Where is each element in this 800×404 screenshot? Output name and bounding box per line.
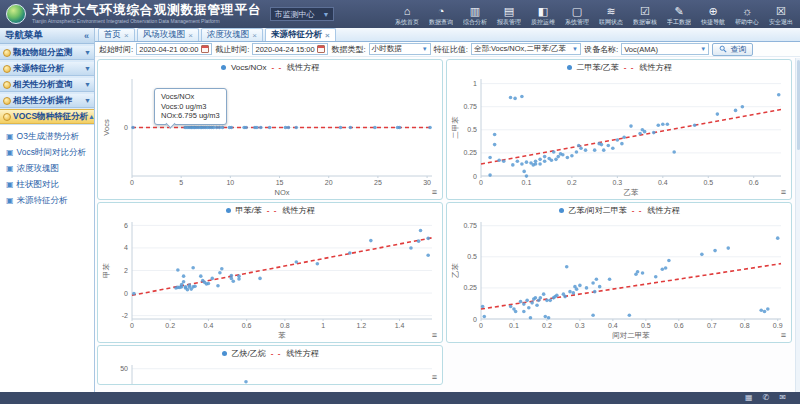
data-point[interactable]	[426, 253, 430, 257]
data-point[interactable]	[664, 266, 668, 270]
data-point[interactable]	[237, 277, 241, 281]
sidebar-item-1[interactable]: ▣ Vocs时间对比分析	[0, 145, 94, 161]
data-point[interactable]	[534, 159, 538, 163]
data-point[interactable]	[638, 132, 642, 136]
data-point[interactable]	[538, 158, 542, 162]
header-nav-data-query[interactable]: ◔ 数据查询	[424, 3, 458, 26]
data-point[interactable]	[230, 126, 234, 130]
data-point[interactable]	[522, 310, 526, 314]
center-select[interactable]: 市监测中心 ▼	[270, 7, 335, 21]
data-point[interactable]	[575, 287, 579, 291]
header-nav-exit[interactable]: ☒ 安全退出	[764, 3, 798, 26]
data-point[interactable]	[516, 159, 520, 163]
calendar-icon[interactable]: ▦	[745, 393, 753, 403]
sidebar-item-2[interactable]: ▣ 浓度玫瑰图	[0, 161, 94, 177]
data-point[interactable]	[593, 290, 597, 294]
data-point[interactable]	[693, 123, 697, 127]
chart-menu-icon[interactable]: ≡	[781, 331, 786, 340]
data-point[interactable]	[525, 299, 529, 303]
data-point[interactable]	[525, 174, 529, 178]
data-point[interactable]	[221, 126, 225, 130]
data-point[interactable]	[561, 153, 565, 157]
tab-2[interactable]: 浓度玫瑰图 ×	[201, 28, 263, 41]
tab-close-icon[interactable]: ×	[188, 31, 193, 40]
data-point[interactable]	[295, 260, 299, 264]
data-point[interactable]	[482, 315, 486, 319]
trend-legend-label[interactable]: 线性方程	[287, 62, 319, 73]
data-point[interactable]	[419, 229, 423, 233]
data-point[interactable]	[726, 246, 730, 250]
chart-menu-icon[interactable]: ≡	[432, 373, 437, 382]
data-point[interactable]	[616, 138, 620, 142]
data-point[interactable]	[348, 251, 352, 255]
calendar-icon[interactable]	[317, 45, 325, 53]
data-point[interactable]	[643, 130, 647, 134]
data-point[interactable]	[600, 143, 604, 147]
data-point[interactable]	[191, 266, 195, 270]
data-point[interactable]	[566, 156, 570, 160]
data-point[interactable]	[661, 122, 665, 126]
series-legend-label[interactable]: 甲苯/苯	[236, 205, 262, 216]
query-button[interactable]: 查询	[712, 43, 753, 56]
data-point[interactable]	[552, 150, 556, 154]
data-point[interactable]	[207, 282, 211, 286]
data-point[interactable]	[244, 126, 248, 130]
data-point[interactable]	[759, 308, 763, 312]
series-legend-label[interactable]: Vocs/NOx	[231, 63, 267, 72]
header-nav-help[interactable]: ☼ 帮助中心	[730, 3, 764, 26]
data-point[interactable]	[218, 271, 222, 275]
data-type-select[interactable]: 小时数据 ▼	[369, 43, 431, 55]
series-legend-label[interactable]: 乙炔/乙烷	[232, 348, 266, 359]
data-point[interactable]	[534, 296, 538, 300]
data-point[interactable]	[548, 299, 552, 303]
sidebar-item-4[interactable]: ▣ 来源特征分析	[0, 193, 94, 209]
data-point[interactable]	[636, 270, 640, 274]
data-point[interactable]	[199, 274, 203, 278]
data-point[interactable]	[520, 95, 524, 99]
data-point[interactable]	[543, 315, 547, 319]
data-point[interactable]	[598, 285, 602, 289]
sidebar-collapse-icon[interactable]: «	[84, 31, 89, 41]
data-point[interactable]	[287, 126, 291, 130]
data-point[interactable]	[641, 271, 645, 275]
sidebar-group-1[interactable]: 来源特征分析 ▼	[0, 61, 94, 76]
data-point[interactable]	[514, 310, 518, 314]
series-legend-label[interactable]: 乙苯/间对二甲苯	[569, 205, 627, 216]
series-legend-label[interactable]: 二甲苯/乙苯	[577, 62, 619, 73]
trend-legend-label[interactable]: 线性方程	[639, 62, 671, 73]
chart-menu-icon[interactable]: ≡	[432, 188, 437, 197]
data-point[interactable]	[629, 124, 633, 128]
end-time-input[interactable]: 2020-04-24 15:00	[252, 43, 328, 55]
data-point[interactable]	[244, 380, 248, 384]
data-point[interactable]	[538, 162, 542, 166]
data-point[interactable]	[182, 274, 186, 278]
data-point[interactable]	[294, 126, 298, 130]
chart-menu-icon[interactable]: ≡	[432, 331, 437, 340]
data-point[interactable]	[556, 155, 560, 159]
data-point[interactable]	[426, 237, 430, 241]
header-nav-audit[interactable]: ☑ 数据审核	[628, 3, 662, 26]
start-time-input[interactable]: 2020-04-21 00:00	[136, 43, 212, 55]
data-point[interactable]	[700, 253, 704, 257]
data-point[interactable]	[543, 155, 547, 159]
data-point[interactable]	[606, 144, 610, 148]
data-point[interactable]	[339, 126, 343, 130]
header-nav-report[interactable]: ▤ 报表管理	[492, 3, 526, 26]
data-point[interactable]	[349, 126, 353, 130]
data-point[interactable]	[529, 316, 533, 320]
data-point[interactable]	[568, 290, 572, 294]
data-point[interactable]	[268, 126, 272, 130]
tab-3[interactable]: 来源特征分析 ×	[265, 28, 336, 41]
header-nav-home[interactable]: ⌂ 系统首页	[390, 3, 424, 26]
data-point[interactable]	[570, 154, 574, 158]
device-select[interactable]: Voc(AMA) ▼	[621, 43, 709, 55]
data-point[interactable]	[493, 143, 497, 147]
data-point[interactable]	[493, 133, 497, 137]
data-point[interactable]	[176, 268, 180, 272]
data-point[interactable]	[611, 146, 615, 150]
data-point[interactable]	[545, 299, 549, 303]
data-point[interactable]	[535, 304, 539, 308]
header-nav-system[interactable]: ▢ 系统管理	[560, 3, 594, 26]
chat-icon[interactable]: ✆	[763, 393, 770, 403]
data-point[interactable]	[182, 280, 186, 284]
